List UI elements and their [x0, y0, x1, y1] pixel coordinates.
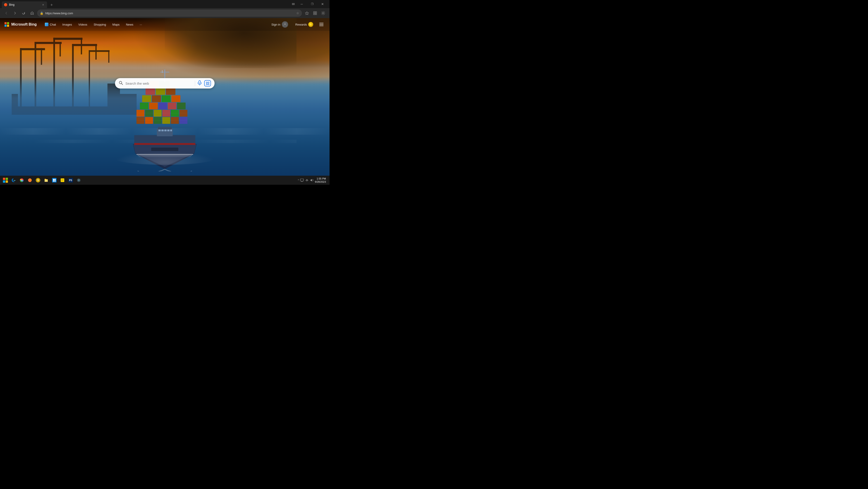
nav-maps-label: Maps: [113, 23, 120, 26]
taskbar-app1-icon[interactable]: $: [34, 177, 42, 184]
svg-rect-65: [164, 129, 166, 131]
monitor-icon[interactable]: [300, 178, 304, 182]
start-button[interactable]: [2, 177, 9, 184]
close-button[interactable]: ✕: [317, 0, 328, 8]
svg-rect-79: [206, 84, 207, 85]
svg-rect-7: [41, 48, 42, 65]
svg-rect-45: [168, 102, 176, 109]
svg-rect-64: [161, 129, 164, 131]
taskbar-clock[interactable]: 1:55 PM 9/28/2023: [315, 177, 328, 184]
taskbar-settings-icon[interactable]: [75, 177, 83, 184]
sign-in-label: Sign in: [271, 23, 280, 26]
new-tab-button[interactable]: +: [49, 2, 55, 8]
windows-logo-icon: [3, 178, 8, 183]
visual-search-icon[interactable]: [204, 80, 211, 87]
svg-rect-80: [208, 84, 209, 85]
nav-videos[interactable]: Videos: [75, 22, 90, 28]
svg-point-69: [284, 23, 286, 25]
svg-rect-49: [162, 95, 170, 102]
volume-icon[interactable]: [310, 178, 314, 182]
svg-rect-60: [162, 70, 162, 73]
restore-button[interactable]: ❐: [307, 0, 317, 8]
svg-rect-51: [146, 88, 155, 95]
svg-rect-47: [142, 95, 151, 102]
svg-line-74: [122, 84, 123, 85]
favorites-button[interactable]: [303, 9, 311, 17]
avatar-icon: [282, 21, 288, 28]
taskbar-edge-icon[interactable]: [10, 177, 17, 184]
browser-toolbar: 🔒 https://www.bing.com ☆: [0, 8, 330, 18]
taskbar-stickynotes-icon[interactable]: [59, 177, 66, 184]
svg-rect-77: [206, 82, 207, 83]
bing-logo-text: Microsoft Bing: [11, 23, 37, 27]
svg-rect-2: [313, 13, 315, 15]
search-input[interactable]: [125, 82, 193, 85]
svg-rect-50: [171, 95, 180, 102]
nav-chat[interactable]: Chat: [42, 21, 59, 28]
taskbar-file-explorer-icon[interactable]: [42, 177, 50, 184]
tab-dropdown-button[interactable]: [290, 1, 297, 7]
search-divider: [195, 81, 195, 86]
search-icon: [119, 81, 123, 86]
nav-shopping-label: Shopping: [94, 23, 106, 26]
svg-point-83: [21, 180, 22, 181]
rewards-icon: ⭐: [308, 22, 313, 27]
svg-rect-52: [156, 88, 165, 95]
svg-rect-53: [166, 88, 176, 95]
network-icon[interactable]: [305, 178, 309, 182]
svg-rect-67: [170, 129, 172, 131]
taskbar-powershell-icon[interactable]: PS: [67, 177, 74, 184]
svg-rect-75: [199, 81, 200, 83]
settings-button[interactable]: [319, 9, 327, 17]
nav-maps[interactable]: Maps: [110, 22, 122, 28]
refresh-button[interactable]: [20, 9, 27, 17]
bing-favicon: [4, 3, 7, 6]
nav-chat-label: Chat: [50, 23, 56, 26]
browser-tab-bing[interactable]: Bing ✕: [2, 1, 47, 8]
rewards-label: Rewards: [296, 23, 307, 26]
hamburger-menu-button[interactable]: [318, 21, 325, 28]
extensions-button[interactable]: [311, 9, 319, 17]
background-scene: [0, 18, 330, 185]
nav-more-label: ···: [140, 23, 142, 26]
toolbar-actions: [303, 9, 327, 17]
forward-button[interactable]: [11, 9, 19, 17]
svg-rect-29: [134, 143, 195, 145]
svg-rect-14: [54, 38, 83, 40]
svg-rect-23: [108, 50, 109, 63]
chat-sparkle-icon: [45, 23, 49, 26]
svg-rect-66: [167, 129, 169, 131]
bing-logo[interactable]: Microsoft Bing: [4, 22, 37, 27]
nav-images[interactable]: Images: [60, 22, 75, 28]
microsoft-logo-icon: [4, 22, 9, 27]
tray-chevron[interactable]: ^: [298, 179, 299, 182]
taskbar-chrome-icon[interactable]: [18, 177, 25, 184]
search-bar[interactable]: [115, 78, 215, 89]
browser-frame: Bing ✕ + ─ ❐ ✕: [0, 0, 330, 185]
svg-rect-68: [151, 148, 178, 151]
bing-navigation: Chat Images Videos Shopping Maps News: [42, 21, 267, 28]
svg-rect-63: [158, 129, 161, 131]
rewards-button[interactable]: Rewards ⭐: [293, 21, 316, 28]
taskbar-date: 9/28/2023: [315, 180, 326, 183]
svg-point-4: [322, 12, 324, 14]
svg-rect-48: [152, 95, 161, 102]
voice-search-icon[interactable]: [197, 80, 202, 86]
minimize-button[interactable]: ─: [297, 0, 307, 8]
main-content: Microsoft Bing Chat Images Videos Shoppi…: [0, 18, 330, 185]
svg-rect-42: [140, 102, 149, 109]
favorite-star-icon[interactable]: ☆: [296, 11, 299, 15]
nav-news[interactable]: News: [123, 22, 136, 28]
address-bar[interactable]: 🔒 https://www.bing.com ☆: [37, 9, 302, 17]
nav-more[interactable]: ···: [137, 22, 145, 28]
sign-in-button[interactable]: Sign in: [269, 20, 291, 29]
taskbar-firefox-icon[interactable]: [26, 177, 33, 184]
taskbar-app2-icon[interactable]: [51, 177, 58, 184]
home-button[interactable]: [29, 9, 36, 17]
svg-rect-59: [160, 72, 169, 72]
tab-close-button[interactable]: ✕: [41, 3, 45, 6]
nav-shopping[interactable]: Shopping: [91, 22, 109, 28]
header-right-actions: Sign in Rewards ⭐: [269, 20, 325, 29]
system-tray: ^ 1:55 PM 9/28/2023: [298, 177, 328, 184]
back-button[interactable]: [3, 9, 10, 17]
